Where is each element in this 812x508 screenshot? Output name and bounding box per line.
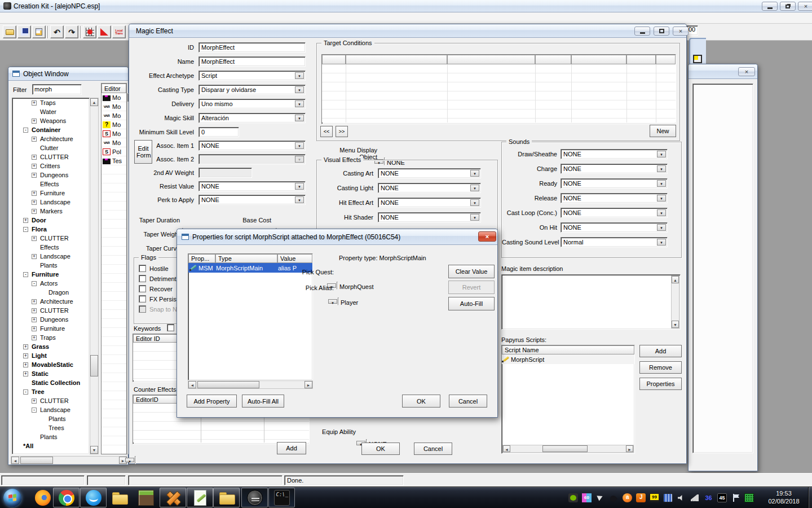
counter-effect-add-button[interactable]: Add bbox=[277, 442, 306, 454]
taskbar-app-folder[interactable] bbox=[106, 488, 133, 507]
conditions-column-header[interactable] bbox=[535, 55, 571, 64]
dropdown-arrow-icon[interactable]: ▼ bbox=[470, 170, 479, 177]
dropdown-arrow-icon[interactable]: ▼ bbox=[328, 299, 337, 304]
field-control[interactable]: NONE▼ bbox=[198, 141, 306, 151]
tray-signal-icon[interactable] bbox=[690, 493, 700, 502]
conditions-column-header[interactable] bbox=[571, 55, 626, 64]
field-control[interactable]: Uno mismo▼ bbox=[198, 99, 306, 109]
dropdown-arrow-icon[interactable]: ▼ bbox=[657, 180, 666, 187]
tree-expander-icon[interactable]: + bbox=[32, 317, 37, 322]
menu-item[interactable] bbox=[79, 17, 90, 19]
revert-button[interactable]: Revert bbox=[448, 281, 495, 294]
taskbar-app-ck[interactable] bbox=[241, 488, 268, 507]
papyrus-column-header[interactable]: Script Name bbox=[502, 345, 634, 354]
conditions-column-header[interactable] bbox=[346, 55, 447, 64]
editor-row[interactable]: S Mo bbox=[102, 129, 126, 138]
field-control[interactable]: Disparar y olvidarse▼ bbox=[198, 85, 306, 95]
tree-item[interactable]: + Dungeons bbox=[12, 315, 89, 324]
dropdown-arrow-icon[interactable]: ▼ bbox=[295, 183, 304, 190]
tree-expander-icon[interactable]: + bbox=[32, 254, 37, 259]
tray-cursor-icon[interactable] bbox=[595, 493, 605, 502]
scroll-right-icon[interactable]: ► bbox=[304, 381, 312, 388]
tree-item[interactable]: Static Collection bbox=[12, 378, 89, 387]
tree-item[interactable]: + MovableStatic bbox=[12, 360, 89, 369]
tree-expander-icon[interactable]: + bbox=[23, 353, 28, 358]
field-control[interactable]: MorphEffect▼ bbox=[198, 56, 306, 67]
field-control[interactable]: ▼ bbox=[198, 154, 306, 164]
scroll-thumb[interactable] bbox=[20, 457, 53, 464]
properties-cancel-button[interactable]: Cancel bbox=[449, 395, 487, 408]
papyrus-script-row[interactable]: MorphScript bbox=[502, 354, 634, 364]
undo-button[interactable]: ↶ bbox=[50, 25, 64, 38]
dialog-close-button[interactable]: × bbox=[673, 27, 689, 36]
add-property-button[interactable]: Add Property bbox=[187, 395, 237, 408]
tree-item[interactable]: Effects bbox=[12, 179, 89, 189]
papyrus-properties-button[interactable]: Properties bbox=[639, 378, 682, 390]
tray-grid-icon[interactable] bbox=[744, 493, 754, 502]
tree-item[interactable]: Water bbox=[12, 107, 89, 116]
conditions-new-button[interactable]: New bbox=[650, 125, 676, 137]
tree-item[interactable]: + CLUTTER bbox=[12, 306, 89, 315]
tree-item[interactable]: Effects bbox=[12, 243, 89, 252]
dropdown-arrow-icon[interactable]: ▼ bbox=[470, 214, 479, 221]
field-control[interactable]: NONE▼ bbox=[561, 178, 668, 189]
field-control[interactable]: 0▼ bbox=[198, 127, 239, 137]
papyrus-add-button[interactable]: Add bbox=[639, 345, 682, 357]
pick-quest-combo[interactable]: MorphQuest▼ bbox=[337, 282, 338, 290]
flag-checkbox[interactable] bbox=[139, 285, 146, 292]
dropdown-arrow-icon[interactable]: ▼ bbox=[295, 72, 304, 79]
tree-item[interactable]: Plants bbox=[12, 261, 89, 270]
field-control[interactable]: Normal▼ bbox=[561, 237, 668, 247]
clear-value-button[interactable]: Clear Value bbox=[448, 265, 495, 278]
background-window-close-button[interactable]: × bbox=[738, 67, 755, 76]
tree-item[interactable]: - Tree bbox=[12, 387, 89, 396]
tree-item[interactable]: + Landscape bbox=[12, 198, 89, 207]
tree-expander-icon[interactable]: + bbox=[32, 326, 37, 331]
tree-item[interactable]: - Furniture bbox=[12, 270, 89, 279]
taskbar-app-minecraft[interactable] bbox=[133, 488, 159, 507]
conditions-column-header[interactable] bbox=[322, 55, 346, 64]
tree-expander-icon[interactable]: + bbox=[32, 191, 37, 196]
tree-expander-icon[interactable]: + bbox=[32, 100, 37, 106]
editor-row[interactable]: S Pol bbox=[102, 147, 126, 156]
description-scrollbar[interactable]: ▲ ▼ bbox=[671, 275, 679, 329]
tree-item[interactable]: *All bbox=[12, 441, 89, 450]
tree-item[interactable]: - Flora bbox=[12, 225, 89, 234]
field-control[interactable]: Script▼ bbox=[198, 71, 306, 81]
preferences-button[interactable] bbox=[32, 25, 46, 38]
minimize-button[interactable] bbox=[762, 2, 778, 11]
filter-input[interactable]: morph bbox=[32, 84, 82, 95]
field-control[interactable]: NONE▼ bbox=[561, 193, 668, 203]
tree-item[interactable]: Trees bbox=[12, 423, 89, 432]
tree-item[interactable]: + Door bbox=[12, 216, 89, 225]
menu-item[interactable] bbox=[11, 17, 23, 19]
properties-ok-button[interactable]: OK bbox=[402, 395, 440, 408]
tree-expander-icon[interactable]: + bbox=[23, 218, 28, 223]
scroll-left-icon[interactable]: ◄ bbox=[11, 457, 19, 464]
description-textarea[interactable]: ▲ ▼ bbox=[501, 274, 681, 330]
conditions-column-header[interactable] bbox=[656, 55, 676, 64]
tree-item[interactable]: + Landscape bbox=[12, 252, 89, 261]
menu-item[interactable] bbox=[68, 17, 79, 19]
conditions-next-button[interactable]: >> bbox=[336, 126, 348, 137]
start-button[interactable] bbox=[3, 489, 21, 507]
menu-item[interactable] bbox=[23, 17, 34, 19]
field-control[interactable]: MorphEffect▼ bbox=[198, 42, 306, 52]
editor-row[interactable]: Tes bbox=[102, 156, 126, 165]
dropdown-arrow-icon[interactable]: ▼ bbox=[657, 195, 666, 202]
papyrus-horizontal-scrollbar[interactable]: ◄ ► bbox=[502, 445, 634, 453]
field-control[interactable]: NONE▼ bbox=[561, 208, 668, 218]
conditions-column-header[interactable] bbox=[626, 55, 656, 64]
tree-item[interactable]: - Actors bbox=[12, 279, 89, 288]
clock[interactable]: 19:53 02/08/2018 bbox=[760, 489, 807, 505]
tray-volume-icon[interactable] bbox=[677, 493, 686, 502]
tree-item[interactable]: + Dungeons bbox=[12, 170, 89, 179]
tree-expander-icon[interactable]: + bbox=[32, 200, 37, 205]
tree-expander-icon[interactable]: - bbox=[23, 128, 28, 133]
papyrus-list[interactable]: Script Name MorphScript ◄ ► bbox=[501, 345, 635, 454]
scroll-left-icon[interactable]: ◄ bbox=[503, 445, 510, 452]
tree-item[interactable]: - Landscape bbox=[12, 405, 89, 414]
dropdown-arrow-icon[interactable]: ▼ bbox=[657, 151, 666, 157]
tree-expander-icon[interactable]: + bbox=[32, 173, 37, 178]
tree-expander-icon[interactable]: + bbox=[32, 299, 37, 304]
